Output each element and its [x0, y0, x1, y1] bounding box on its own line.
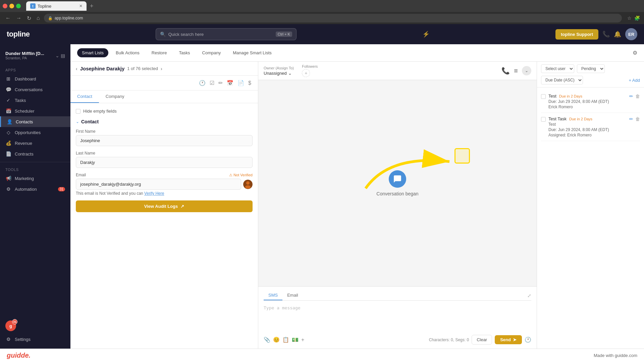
reload-button[interactable]: ↻ [25, 14, 33, 23]
add-task-button[interactable]: + Add [629, 78, 640, 83]
notifications-icon[interactable]: 🔔 [614, 31, 621, 38]
task-checkbox-1[interactable] [541, 94, 546, 99]
task-actions-2: ✏ 🗑 [629, 116, 640, 122]
extension-icon[interactable]: 🧩 [634, 15, 640, 21]
audit-logs-button[interactable]: View Audit Logs ↗ [76, 200, 253, 212]
tab-company[interactable]: Company [99, 90, 131, 103]
task-delete-button-2[interactable]: 🗑 [635, 116, 640, 122]
sidebar-item-user-profile[interactable]: g 31 [0, 318, 70, 334]
dashboard-icon: ⊞ [5, 76, 11, 81]
workspace-selector[interactable]: Dunder Mifflin [D... Scranton, PA ⌄ ▤ [0, 48, 70, 65]
maximize-button[interactable] [16, 4, 21, 8]
contact-next-button[interactable]: › [161, 66, 162, 71]
attachment-icon[interactable]: 📎 [264, 337, 270, 343]
hide-empty-row: Hide empty fields [76, 109, 253, 114]
hide-empty-checkbox[interactable] [76, 109, 80, 114]
call-icon-button[interactable]: 📞 [501, 67, 510, 75]
filter-icon-button[interactable]: ≡ [514, 67, 518, 75]
expand-message-button[interactable]: ⤢ [527, 291, 531, 300]
message-input[interactable] [264, 304, 531, 331]
minimize-button[interactable] [9, 4, 14, 8]
sidebar-item-scheduler[interactable]: 📅 Scheduler [0, 106, 70, 116]
sidebar-label-scheduler: Scheduler [15, 109, 35, 114]
task-due-date-2: Due: Jun 29 2024, 8:00 AM (EDT) [548, 127, 627, 132]
user-filter-select[interactable]: Select user [541, 64, 574, 73]
first-name-input[interactable] [76, 135, 253, 146]
sidebar-item-contacts[interactable]: 👤 Contacts [0, 116, 70, 127]
tab-close-icon[interactable]: ✕ [79, 4, 83, 8]
sidebar-item-revenue[interactable]: 💰 Revenue [0, 138, 70, 148]
bulk-actions-tab[interactable]: Bulk Actions [111, 48, 144, 57]
schedule-button[interactable]: 🕐 [525, 337, 531, 343]
contact-prev-button[interactable]: ‹ [76, 66, 77, 71]
task-edit-button-1[interactable]: ✏ [629, 94, 633, 99]
clear-button[interactable]: Clear [472, 335, 492, 345]
calendar-icon[interactable]: 📅 [225, 78, 235, 87]
payment-icon[interactable]: 💵 [292, 337, 299, 343]
date-filter-select[interactable]: Due Date (ASC) [541, 76, 583, 84]
sidebar-item-tasks[interactable]: ✓ Tasks [0, 95, 70, 106]
contact-icons-row: 🕐 ☑ ✏ 📅 📄 $ [70, 76, 258, 90]
sidebar-item-settings[interactable]: ⚙ Settings [0, 334, 70, 345]
contact-name: Josephine Darakjy [80, 66, 125, 71]
toolbar-settings-icon[interactable]: ⚙ [633, 50, 637, 56]
sidebar-item-conversations[interactable]: 💬 Conversations [0, 84, 70, 95]
user-avatar[interactable]: ER [625, 28, 637, 40]
tasks-tab[interactable]: Tasks [174, 48, 195, 57]
home-button[interactable]: ⌂ [35, 14, 41, 22]
smart-lists-tab[interactable]: Smart Lists [77, 48, 108, 57]
sidebar-item-contracts[interactable]: 📄 Contracts [0, 148, 70, 159]
back-button[interactable]: ← [4, 14, 12, 22]
svg-point-2 [245, 185, 251, 189]
sidebar-item-dashboard[interactable]: ⊞ Dashboard [0, 73, 70, 84]
email-tab[interactable]: Email [282, 291, 303, 300]
sidebar-item-marketing[interactable]: 📢 Marketing [0, 173, 70, 184]
task-edit-button-2[interactable]: ✏ [629, 116, 633, 122]
document-icon[interactable]: 📄 [236, 78, 246, 87]
sms-tab[interactable]: SMS [264, 291, 282, 300]
contact-form: Hide empty fields ⌄ Contact First Name [70, 103, 258, 218]
checklist-icon[interactable]: ☑ [208, 78, 216, 87]
sidebar-divider [0, 162, 70, 162]
task-delete-button-1[interactable]: 🗑 [635, 94, 640, 99]
sidebar-label-contacts: Contacts [16, 119, 33, 124]
restore-tab[interactable]: Restore [147, 48, 172, 57]
conversation-started-text: Conversation began [376, 191, 418, 196]
bookmark-icon[interactable]: ☆ [627, 15, 632, 21]
opportunities-icon: ◇ [5, 130, 11, 135]
history-icon[interactable]: 🕐 [198, 78, 207, 87]
company-tab[interactable]: Company [198, 48, 226, 57]
support-button[interactable]: topline Support [555, 29, 598, 40]
search-placeholder: Quick search here [168, 32, 273, 37]
collapse-panel-button[interactable]: ⌄ [522, 66, 531, 75]
edit-icon[interactable]: ✏ [217, 78, 224, 87]
new-tab-button[interactable]: + [88, 3, 96, 10]
search-bar[interactable]: 🔍 Quick search here Ctrl + K [156, 28, 297, 40]
forward-button[interactable]: → [15, 14, 23, 22]
plus-icon[interactable]: + [301, 337, 304, 343]
svg-point-1 [246, 181, 250, 185]
section-collapse-icon[interactable]: ⌄ [76, 119, 79, 124]
manage-smart-lists-tab[interactable]: Manage Smart Lists [228, 48, 276, 57]
verify-here-link[interactable]: Verify Here [144, 191, 164, 196]
dollar-icon[interactable]: $ [247, 79, 253, 87]
owner-value[interactable]: Unassigned ⌄ [264, 71, 294, 76]
sidebar-item-opportunities[interactable]: ◇ Opportunities [0, 127, 70, 138]
close-button[interactable] [3, 4, 7, 8]
phone-icon[interactable]: 📞 [602, 31, 610, 38]
emoji-icon[interactable]: 😊 [273, 337, 280, 343]
task-checkbox-2[interactable] [541, 117, 546, 122]
add-follower-button[interactable]: + [302, 69, 310, 77]
workspace-toggle-icon[interactable]: ⌄ ▤ [55, 53, 65, 58]
tab-contact[interactable]: Contact [70, 90, 99, 103]
support-label: Support [576, 32, 593, 37]
sidebar-item-automation[interactable]: ⚙ Automation 31 [0, 184, 70, 194]
last-name-input[interactable] [76, 157, 253, 168]
address-bar[interactable]: 🔒 app.topline.com [44, 14, 622, 22]
send-button[interactable]: Send ➤ [495, 335, 522, 344]
email-input[interactable] [76, 179, 241, 190]
template-icon[interactable]: 📋 [282, 337, 289, 343]
lightning-icon[interactable]: ⚡ [422, 31, 430, 38]
active-tab[interactable]: t Topline ✕ [26, 1, 87, 11]
status-filter-select[interactable]: Pending [577, 64, 605, 73]
